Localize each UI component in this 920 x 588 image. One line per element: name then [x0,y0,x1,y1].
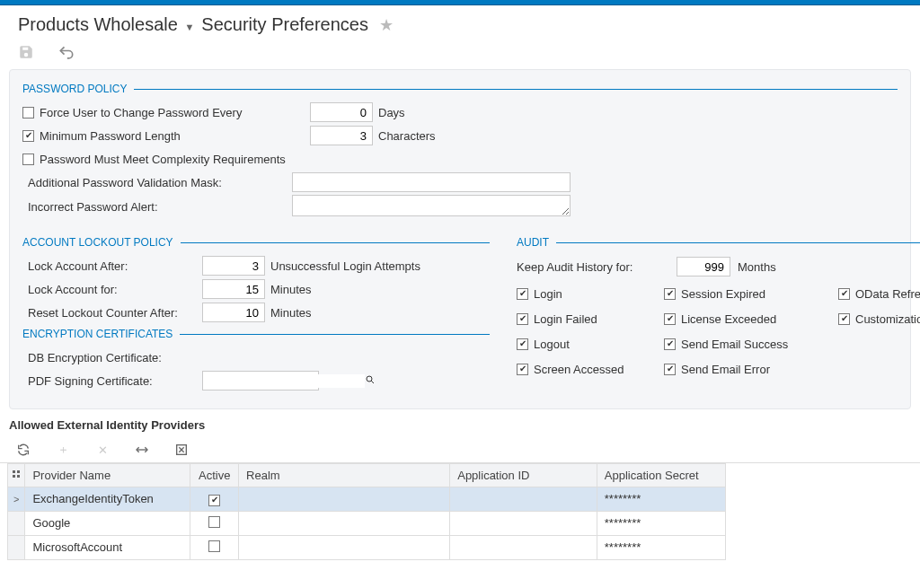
active-checkbox[interactable] [208,516,220,528]
cell-appid[interactable] [450,535,597,559]
undo-icon[interactable] [58,44,74,60]
col-active-header[interactable]: Active [190,464,239,487]
search-icon[interactable] [365,374,376,388]
audit-checkbox[interactable] [517,313,528,325]
table-row[interactable]: >ExchangeIdentityToken******** [8,487,726,512]
audit-item [838,358,920,380]
audit-title-label: AUDIT [517,236,549,249]
lock-after-unit: Unsuccessful Login Attempts [270,259,420,273]
pdf-cert-label: PDF Signing Certificate: [22,374,202,388]
reset-after-value[interactable] [202,303,265,322]
svg-line-1 [371,381,374,383]
pdf-cert-input[interactable] [203,374,365,388]
incorrect-alert-input[interactable] [292,195,571,216]
audit-checkbox[interactable] [664,338,676,350]
db-cert-label: DB Encryption Certificate: [22,351,202,364]
table-row[interactable]: MicrosoftAccount******** [8,535,726,559]
audit-item: Login [517,283,660,304]
export-icon[interactable] [174,443,189,457]
col-realm-header[interactable]: Realm [239,464,450,487]
cell-realm[interactable] [239,487,450,512]
table-row[interactable]: Google******** [8,511,726,535]
lock-after-value[interactable] [202,256,265,276]
audit-item: Screen Accessed [517,358,660,380]
audit-item-label: Send Email Error [681,363,770,376]
breadcrumb-workspace[interactable]: Products Wholesale ▼ [18,14,194,35]
cell-realm[interactable] [239,511,450,535]
audit-checkbox[interactable] [664,288,676,300]
complexity-checkbox[interactable] [22,154,34,165]
audit-item-label: Customization Published [855,312,920,326]
audit-item: Logout [517,333,660,355]
audit-checkbox[interactable] [517,288,528,300]
fit-columns-icon[interactable] [135,443,149,457]
audit-options-grid: LoginSession ExpiredOData RefreshLogin F… [517,283,920,380]
validation-mask-input[interactable] [292,172,571,192]
audit-item: Session Expired [664,283,835,304]
incorrect-alert-label: Incorrect Password Alert: [22,200,292,214]
cell-provider[interactable]: ExchangeIdentityToken [25,487,190,512]
cell-appid[interactable] [450,487,597,512]
audit-checkbox[interactable] [664,364,676,375]
validation-mask-label: Additional Password Validation Mask: [22,176,292,189]
providers-grid: Provider Name Active Realm Application I… [7,463,726,560]
refresh-icon[interactable] [16,443,31,457]
add-row-icon[interactable]: ＋ [56,443,70,457]
force-change-checkbox[interactable] [22,107,34,118]
row-selector-icon[interactable] [8,511,25,535]
min-length-value[interactable] [310,126,373,145]
cell-secret[interactable]: ******** [597,511,725,535]
chevron-down-icon: ▼ [184,22,194,32]
force-change-label: Force User to Change Password Every [40,106,242,119]
cell-provider[interactable]: MicrosoftAccount [25,535,190,559]
keep-history-label: Keep Audit History for: [517,260,669,274]
audit-item-label: Login [534,287,562,301]
active-checkbox[interactable] [208,495,220,506]
encryption-title: ENCRYPTION CERTIFICATES [22,328,490,340]
cell-secret[interactable]: ******** [597,535,725,559]
force-change-value[interactable] [310,102,373,122]
audit-item-label: Logout [534,338,570,351]
active-checkbox[interactable] [208,540,220,552]
audit-item: License Exceeded [664,308,835,329]
row-selector-icon[interactable] [8,535,25,559]
pdf-cert-selector[interactable] [202,371,319,391]
keep-history-value[interactable] [677,257,730,276]
col-appid-header[interactable]: Application ID [450,464,597,487]
audit-checkbox[interactable] [664,313,676,325]
lock-for-value[interactable] [202,279,265,299]
cell-provider[interactable]: Google [25,511,190,535]
row-selector-icon[interactable]: > [8,487,25,512]
svg-rect-6 [13,470,15,473]
providers-section-title: Allowed External Identity Providers [0,409,920,437]
cell-realm[interactable] [239,535,450,559]
cell-secret[interactable]: ******** [597,487,725,512]
audit-item: OData Refresh [838,283,920,304]
audit-item-label: Screen Accessed [534,363,624,376]
svg-point-0 [367,376,372,382]
delete-row-icon[interactable]: ✕ [95,443,110,457]
complexity-label: Password Must Meet Complexity Requiremen… [40,153,286,166]
col-provider-header[interactable]: Provider Name [25,464,190,487]
cell-active[interactable] [190,511,239,535]
col-secret-header[interactable]: Application Secret [597,464,725,487]
audit-item-label: License Exceeded [681,312,776,326]
page-toolbar [0,40,920,69]
audit-item: Customization Published [838,308,920,329]
reset-after-label: Reset Lockout Counter After: [22,306,202,320]
cell-active[interactable] [190,535,239,559]
save-icon[interactable] [18,44,34,60]
audit-checkbox[interactable] [517,364,528,375]
grid-toolbar: ＋ ✕ [0,437,920,463]
audit-title: AUDIT [517,236,920,249]
favorite-star-icon[interactable]: ★ [379,15,394,35]
cell-appid[interactable] [450,511,597,535]
audit-checkbox[interactable] [838,313,850,325]
grid-config-icon[interactable] [8,464,25,487]
password-policy-title: PASSWORD POLICY [22,83,898,95]
cell-active[interactable] [190,487,239,512]
audit-checkbox[interactable] [838,288,850,300]
min-length-checkbox[interactable] [22,130,34,142]
form-panel: PASSWORD POLICY Force User to Change Pas… [9,69,911,409]
audit-checkbox[interactable] [517,338,528,350]
